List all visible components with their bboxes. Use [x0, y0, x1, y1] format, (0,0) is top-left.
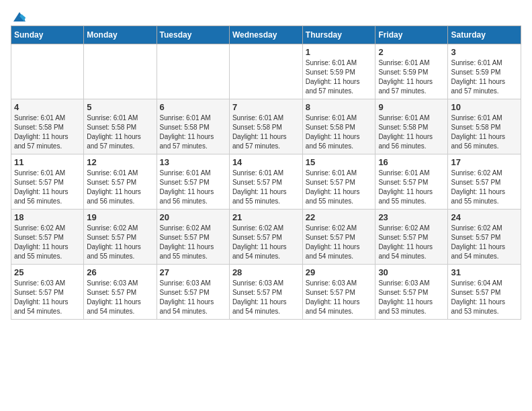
day-number: 23 — [378, 212, 445, 222]
header-wednesday: Wednesday — [229, 26, 302, 44]
calendar-cell: 1Sunrise: 6:01 AMSunset: 5:59 PMDaylight… — [302, 44, 375, 99]
day-number: 24 — [451, 212, 518, 222]
header-thursday: Thursday — [302, 26, 375, 44]
calendar-cell: 3Sunrise: 6:01 AMSunset: 5:59 PMDaylight… — [448, 44, 521, 99]
day-info: Sunrise: 6:01 AMSunset: 5:59 PMDaylight:… — [451, 58, 518, 96]
page-header — [11, 11, 521, 20]
logo-icon — [12, 11, 27, 23]
day-number: 12 — [87, 157, 153, 167]
calendar-header: SundayMondayTuesdayWednesdayThursdayFrid… — [11, 26, 521, 44]
day-info: Sunrise: 6:01 AMSunset: 5:58 PMDaylight:… — [232, 113, 300, 151]
week-row-4: 25Sunrise: 6:03 AMSunset: 5:57 PMDayligh… — [11, 265, 521, 320]
day-info: Sunrise: 6:01 AMSunset: 5:58 PMDaylight:… — [306, 113, 373, 151]
day-info: Sunrise: 6:02 AMSunset: 5:57 PMDaylight:… — [232, 224, 300, 261]
calendar-cell: 13Sunrise: 6:01 AMSunset: 5:57 PMDayligh… — [157, 154, 229, 210]
day-number: 6 — [160, 102, 226, 112]
day-info: Sunrise: 6:02 AMSunset: 5:57 PMDaylight:… — [14, 224, 81, 261]
day-number: 2 — [378, 47, 445, 57]
day-number: 10 — [451, 102, 518, 112]
day-number: 13 — [160, 157, 226, 167]
calendar-cell: 22Sunrise: 6:02 AMSunset: 5:57 PMDayligh… — [302, 210, 375, 265]
day-number: 26 — [87, 267, 153, 277]
day-info: Sunrise: 6:01 AMSunset: 5:58 PMDaylight:… — [14, 113, 81, 151]
day-info: Sunrise: 6:01 AMSunset: 5:57 PMDaylight:… — [87, 169, 153, 206]
calendar-cell: 19Sunrise: 6:02 AMSunset: 5:57 PMDayligh… — [84, 210, 157, 265]
day-info: Sunrise: 6:01 AMSunset: 5:58 PMDaylight:… — [378, 113, 445, 151]
day-info: Sunrise: 6:04 AMSunset: 5:57 PMDaylight:… — [451, 279, 518, 316]
day-number: 20 — [160, 212, 226, 222]
day-number: 18 — [14, 212, 81, 222]
calendar-cell: 2Sunrise: 6:01 AMSunset: 5:59 PMDaylight… — [375, 44, 448, 99]
day-info: Sunrise: 6:03 AMSunset: 5:57 PMDaylight:… — [378, 279, 445, 316]
day-info: Sunrise: 6:01 AMSunset: 5:59 PMDaylight:… — [378, 58, 445, 96]
header-saturday: Saturday — [448, 26, 521, 44]
header-friday: Friday — [375, 26, 448, 44]
calendar-cell: 23Sunrise: 6:02 AMSunset: 5:57 PMDayligh… — [375, 210, 448, 265]
day-info: Sunrise: 6:01 AMSunset: 5:58 PMDaylight:… — [87, 113, 153, 151]
day-number: 9 — [378, 102, 445, 112]
week-row-2: 11Sunrise: 6:01 AMSunset: 5:57 PMDayligh… — [11, 154, 521, 210]
day-number: 19 — [87, 212, 153, 222]
day-info: Sunrise: 6:02 AMSunset: 5:57 PMDaylight:… — [378, 224, 445, 261]
day-number: 5 — [87, 102, 153, 112]
calendar-cell: 28Sunrise: 6:03 AMSunset: 5:57 PMDayligh… — [229, 265, 302, 320]
day-info: Sunrise: 6:02 AMSunset: 5:57 PMDaylight:… — [451, 224, 518, 261]
day-number: 3 — [451, 47, 518, 57]
calendar-cell: 16Sunrise: 6:01 AMSunset: 5:57 PMDayligh… — [375, 154, 448, 210]
day-info: Sunrise: 6:02 AMSunset: 5:57 PMDaylight:… — [451, 169, 518, 206]
calendar-cell: 24Sunrise: 6:02 AMSunset: 5:57 PMDayligh… — [448, 210, 521, 265]
calendar-cell: 4Sunrise: 6:01 AMSunset: 5:58 PMDaylight… — [11, 99, 84, 154]
day-info: Sunrise: 6:01 AMSunset: 5:57 PMDaylight:… — [232, 169, 300, 206]
calendar-cell: 17Sunrise: 6:02 AMSunset: 5:57 PMDayligh… — [448, 154, 521, 210]
calendar-cell: 29Sunrise: 6:03 AMSunset: 5:57 PMDayligh… — [302, 265, 375, 320]
calendar-cell — [229, 44, 302, 99]
calendar-cell: 10Sunrise: 6:01 AMSunset: 5:58 PMDayligh… — [448, 99, 521, 154]
header-sunday: Sunday — [11, 26, 84, 44]
day-number: 4 — [14, 102, 81, 112]
calendar-cell: 18Sunrise: 6:02 AMSunset: 5:57 PMDayligh… — [11, 210, 84, 265]
week-row-3: 18Sunrise: 6:02 AMSunset: 5:57 PMDayligh… — [11, 210, 521, 265]
calendar-cell: 21Sunrise: 6:02 AMSunset: 5:57 PMDayligh… — [229, 210, 302, 265]
day-number: 8 — [306, 102, 373, 112]
calendar-cell: 31Sunrise: 6:04 AMSunset: 5:57 PMDayligh… — [448, 265, 521, 320]
day-info: Sunrise: 6:02 AMSunset: 5:57 PMDaylight:… — [306, 224, 373, 261]
day-number: 30 — [378, 267, 445, 277]
day-number: 15 — [306, 157, 373, 167]
logo — [11, 11, 27, 20]
day-number: 27 — [160, 267, 226, 277]
day-info: Sunrise: 6:03 AMSunset: 5:57 PMDaylight:… — [160, 279, 226, 316]
calendar-table: SundayMondayTuesdayWednesdayThursdayFrid… — [11, 26, 521, 320]
header-tuesday: Tuesday — [157, 26, 229, 44]
calendar-cell: 25Sunrise: 6:03 AMSunset: 5:57 PMDayligh… — [11, 265, 84, 320]
calendar-cell: 6Sunrise: 6:01 AMSunset: 5:58 PMDaylight… — [157, 99, 229, 154]
header-row: SundayMondayTuesdayWednesdayThursdayFrid… — [11, 26, 521, 44]
calendar-cell — [157, 44, 229, 99]
day-info: Sunrise: 6:01 AMSunset: 5:57 PMDaylight:… — [160, 169, 226, 206]
day-info: Sunrise: 6:01 AMSunset: 5:58 PMDaylight:… — [160, 113, 226, 151]
day-info: Sunrise: 6:01 AMSunset: 5:57 PMDaylight:… — [306, 169, 373, 206]
calendar-cell: 20Sunrise: 6:02 AMSunset: 5:57 PMDayligh… — [157, 210, 229, 265]
calendar-cell: 27Sunrise: 6:03 AMSunset: 5:57 PMDayligh… — [157, 265, 229, 320]
calendar-cell: 30Sunrise: 6:03 AMSunset: 5:57 PMDayligh… — [375, 265, 448, 320]
day-number: 1 — [306, 47, 373, 57]
day-number: 7 — [232, 102, 300, 112]
day-number: 29 — [306, 267, 373, 277]
calendar-cell: 26Sunrise: 6:03 AMSunset: 5:57 PMDayligh… — [84, 265, 157, 320]
day-info: Sunrise: 6:03 AMSunset: 5:57 PMDaylight:… — [232, 279, 300, 316]
calendar-cell: 9Sunrise: 6:01 AMSunset: 5:58 PMDaylight… — [375, 99, 448, 154]
calendar-cell — [11, 44, 84, 99]
day-info: Sunrise: 6:02 AMSunset: 5:57 PMDaylight:… — [160, 224, 226, 261]
day-number: 28 — [232, 267, 300, 277]
week-row-1: 4Sunrise: 6:01 AMSunset: 5:58 PMDaylight… — [11, 99, 521, 154]
day-info: Sunrise: 6:02 AMSunset: 5:57 PMDaylight:… — [87, 224, 153, 261]
day-info: Sunrise: 6:01 AMSunset: 5:58 PMDaylight:… — [451, 113, 518, 151]
day-info: Sunrise: 6:03 AMSunset: 5:57 PMDaylight:… — [14, 279, 81, 316]
header-monday: Monday — [84, 26, 157, 44]
calendar-cell: 7Sunrise: 6:01 AMSunset: 5:58 PMDaylight… — [229, 99, 302, 154]
day-number: 25 — [14, 267, 81, 277]
day-number: 17 — [451, 157, 518, 167]
day-number: 11 — [14, 157, 81, 167]
day-info: Sunrise: 6:03 AMSunset: 5:57 PMDaylight:… — [306, 279, 373, 316]
day-number: 22 — [306, 212, 373, 222]
calendar-cell: 8Sunrise: 6:01 AMSunset: 5:58 PMDaylight… — [302, 99, 375, 154]
